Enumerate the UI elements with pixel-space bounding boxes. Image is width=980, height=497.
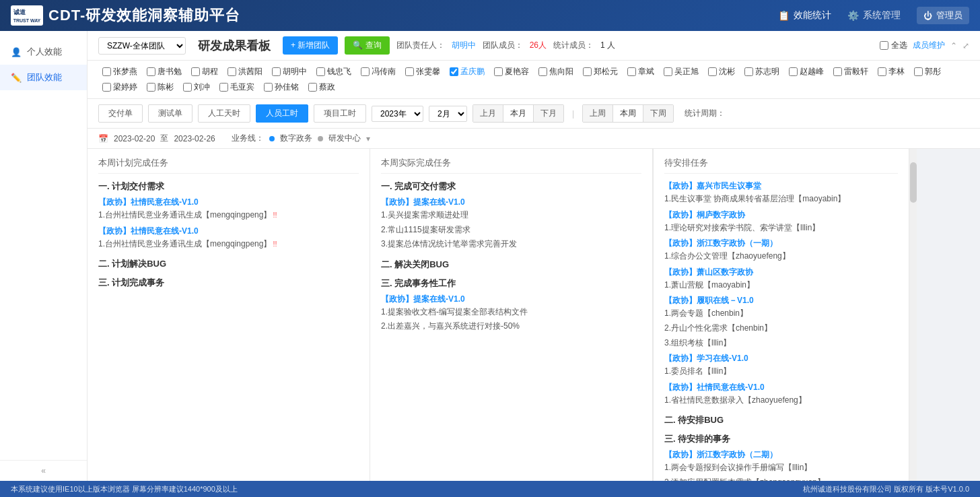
calendar-icon: 📅 xyxy=(98,134,108,143)
business-line-label: 业务线： xyxy=(232,133,264,144)
next-week-btn[interactable]: 下周 xyxy=(643,105,673,122)
member-liuchong[interactable]: 刘冲 xyxy=(179,80,214,94)
member-maoyanbin[interactable]: 毛亚宾 xyxy=(215,80,258,94)
nav-system-mgmt[interactable]: ⚙️ 系统管理 xyxy=(847,9,901,22)
member-hongqianyang[interactable]: 洪茜阳 xyxy=(223,65,267,79)
tab-test[interactable]: 测试单 xyxy=(148,104,193,123)
r-p-xuexi[interactable]: 【政协】学习在线-V1.0 xyxy=(664,353,898,364)
member-zhangbin[interactable]: 章斌 xyxy=(623,65,658,79)
month-nav-group: 上月 本月 下月 xyxy=(473,104,564,123)
member-suzhiming[interactable]: 苏志明 xyxy=(740,65,783,79)
r-i-tonglu-1: 1.理论研究对接索学书院、索学讲堂【lllin】 xyxy=(664,221,898,236)
biz-dropdown-icon[interactable]: ▾ xyxy=(366,134,370,143)
prev-week-btn[interactable]: 上周 xyxy=(583,105,613,122)
member-xiayanrong[interactable]: 夏艳容 xyxy=(490,65,533,79)
member-zhaoyuefeng2[interactable]: 赵越峰 xyxy=(785,65,828,79)
r-i-zhejiang2-1: 1.两会专题报到会议操作手册编写【lllin】 xyxy=(664,461,898,475)
r-i-jiaxing-1: 1.民生议事堂 协商成果转省基层治理【maoyabin】 xyxy=(664,192,898,207)
member-shenbin[interactable]: 沈彬 xyxy=(704,65,739,79)
next-month-btn[interactable]: 下月 xyxy=(534,105,563,122)
tab-projecthour[interactable]: 项目工时 xyxy=(314,104,366,123)
r-p-sheqing[interactable]: 【政协】社情民意在线-V1.0 xyxy=(664,382,898,393)
current-month-btn[interactable]: 本月 xyxy=(503,105,534,122)
edit-icon: ✏️ xyxy=(11,73,22,83)
admin-label: 管理员 xyxy=(936,9,963,22)
tab-manhour[interactable]: 人工天时 xyxy=(198,104,250,123)
main-layout: 👤 个人效能 ✏️ 团队效能 « SZZW-全体团队 研发成果看板 + 新增团队… xyxy=(0,31,980,481)
member-fengchuannan[interactable]: 冯传南 xyxy=(357,65,400,79)
search-button[interactable]: 🔍 查询 xyxy=(345,36,389,55)
mid-project-link-2[interactable]: 【政协】提案在线-V1.0 xyxy=(381,294,641,305)
member-leiyixuan[interactable]: 雷毅轩 xyxy=(829,65,872,79)
r-p-tonglu[interactable]: 【政协】桐庐数字政协 xyxy=(664,209,898,221)
member-jiaoroang[interactable]: 焦向阳 xyxy=(534,65,578,79)
member-wuzhengxu[interactable]: 吴正旭 xyxy=(660,65,703,79)
toolbar: SZZW-全体团队 研发成果看板 + 新增团队 🔍 查询 团队责任人： 胡明中 … xyxy=(88,31,980,61)
page-title: 研发成果看板 xyxy=(198,38,271,54)
expand-icon[interactable]: ⌃ xyxy=(950,41,957,51)
collapse-icon: « xyxy=(41,466,46,475)
power-icon: ⏻ xyxy=(923,11,932,21)
member-zhangwenxin[interactable]: 张雯馨 xyxy=(401,65,444,79)
mid-project-link-1[interactable]: 【政协】提案在线-V1.0 xyxy=(381,197,641,208)
r-p-lvzhi[interactable]: 【政协】履职在线－V1.0 xyxy=(664,295,898,306)
left-panel: 本周计划完成任务 一. 计划交付需求 【政协】社情民意在线-V1.0 1.台州社… xyxy=(88,149,370,481)
admin-button[interactable]: ⏻ 管理员 xyxy=(917,7,969,24)
team-selector[interactable]: SZZW-全体团队 xyxy=(98,37,186,55)
member-hucheng[interactable]: 胡程 xyxy=(187,65,222,79)
period-bar: 交付单 测试单 人工天时 人员工时 项目工时 2023年 2月 上月 本月 下月… xyxy=(88,99,980,129)
member-qianzhongfei[interactable]: 钱忠飞 xyxy=(312,65,355,79)
r-i-lvzhi-3: 3.组织考核【lllin】 xyxy=(664,336,898,351)
header-right: 📋 效能统计 ⚙️ 系统管理 ⏻ 管理员 xyxy=(778,7,969,24)
select-all-checkbox[interactable]: 全选 xyxy=(880,40,907,51)
dot-blue xyxy=(269,136,275,141)
member-lilin[interactable]: 李林 xyxy=(874,65,909,79)
member-tangshuyuan[interactable]: 唐书勉 xyxy=(143,65,186,79)
fullscreen-icon[interactable]: ⤢ xyxy=(963,41,969,51)
r-p-xiaoshan1[interactable]: 【政协】萧山区数字政协 xyxy=(664,267,898,278)
member-zhangmenyan[interactable]: 张梦燕 xyxy=(98,65,141,79)
r-p-zhejiang2[interactable]: 【政协】浙江数字政协（二期） xyxy=(664,449,898,461)
dot-gray xyxy=(318,136,323,141)
r-p-jiaxing[interactable]: 【政协】嘉兴市民生议事堂 xyxy=(664,180,898,192)
left-project-link-1[interactable]: 【政协】社情民意在线-V1.0 xyxy=(98,197,359,208)
footer-left: 本系统建议使用IE10以上版本浏览器 屏幕分辨率建议1440*900及以上 xyxy=(11,484,238,494)
member-humingzhong[interactable]: 胡明中 xyxy=(268,65,311,79)
sidebar-item-personal[interactable]: 👤 个人效能 xyxy=(0,39,87,65)
nav-efficiency-icon: 📋 xyxy=(778,10,790,21)
sidebar-item-team[interactable]: ✏️ 团队效能 xyxy=(0,65,87,90)
tab-staffhour[interactable]: 人员工时 xyxy=(256,104,308,123)
nav-efficiency-stats[interactable]: 📋 效能统计 xyxy=(778,9,831,22)
logo-area: 诚道TRUST WAY CDT-研发效能洞察辅助平台 xyxy=(11,5,240,26)
team-lead-name[interactable]: 胡明中 xyxy=(452,40,476,51)
member-sunjiaming[interactable]: 孙佳铭 xyxy=(260,80,303,94)
member-zhengsong[interactable]: 郑松元 xyxy=(579,65,622,79)
warning-icon-1: !! xyxy=(273,211,277,219)
prev-month-btn[interactable]: 上月 xyxy=(473,105,503,122)
select-all-input[interactable] xyxy=(880,41,888,50)
current-week-btn[interactable]: 本周 xyxy=(613,105,643,122)
member-caizheng[interactable]: 蔡政 xyxy=(304,80,339,94)
sidebar-collapse-button[interactable]: « xyxy=(0,460,87,481)
mid-section-1-title: 一. 完成可交付需求 xyxy=(381,180,641,193)
member-mengqingpeng[interactable]: 孟庆鹏 xyxy=(446,65,489,79)
member-maintain-link[interactable]: 成员维护 xyxy=(913,40,945,51)
scrollbar[interactable] xyxy=(909,149,917,481)
member-guotong[interactable]: 郭彤 xyxy=(910,65,945,79)
scroll-thumb[interactable] xyxy=(910,162,917,203)
sidebar-personal-label: 个人效能 xyxy=(27,46,62,58)
left-project-link-2[interactable]: 【政协】社情民意在线-V1.0 xyxy=(98,226,359,237)
stat-period-label: 统计周期： xyxy=(685,108,725,119)
mid-section-2-title: 二. 解决关闭BUG xyxy=(381,259,641,271)
member-liangting[interactable]: 梁婷婷 xyxy=(98,80,141,94)
new-team-button[interactable]: + 新增团队 xyxy=(283,36,338,55)
member-chenbin[interactable]: 陈彬 xyxy=(143,80,178,94)
team-member-count[interactable]: 26人 xyxy=(530,40,547,51)
right-section-3-title: 三. 待安排的事务 xyxy=(664,433,898,445)
tab-delivery[interactable]: 交付单 xyxy=(98,104,143,123)
year-select[interactable]: 2023年 xyxy=(372,106,423,122)
r-p-zhejiang1[interactable]: 【政协】浙江数字政协（一期） xyxy=(664,238,898,249)
date-from: 2023-02-20 xyxy=(114,134,155,143)
week-nav-group: 上周 本周 下周 xyxy=(582,104,674,123)
month-select[interactable]: 2月 xyxy=(429,106,467,122)
